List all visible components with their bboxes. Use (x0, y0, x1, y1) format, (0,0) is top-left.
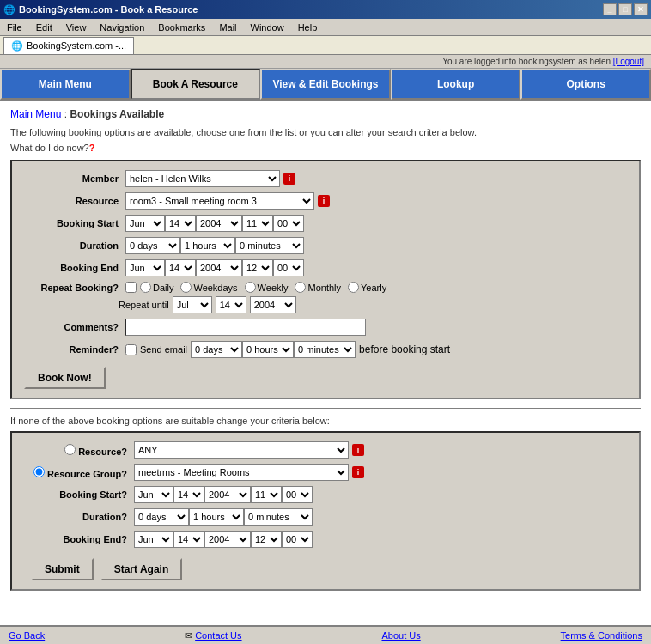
search-start-month[interactable]: Jun (134, 486, 173, 503)
send-email-label[interactable]: Send email (125, 344, 187, 355)
main-nav: Main Menu Book A Resource View & Edit Bo… (0, 69, 651, 101)
submit-button[interactable]: Submit (31, 558, 94, 580)
send-email-checkbox[interactable] (125, 344, 137, 355)
menu-mail[interactable]: Mail (216, 21, 240, 34)
start-again-button[interactable]: Start Again (100, 558, 183, 580)
resource-radio[interactable] (64, 444, 76, 455)
repeat-yearly[interactable]: Yearly (348, 282, 386, 293)
search-dur-minutes[interactable]: 0 minutes (244, 508, 313, 526)
reminder-minutes-select[interactable]: 0 minutes (294, 341, 356, 358)
search-dur-hours[interactable]: 1 hours (189, 508, 244, 526)
menu-bookmarks[interactable]: Bookmarks (155, 21, 209, 34)
contact-link[interactable]: Contact Us (195, 630, 241, 641)
search-start-year[interactable]: 2004 (204, 486, 251, 503)
repeat-weekdays[interactable]: Weekdays (180, 282, 237, 293)
search-intro: If none of the above booking options are… (10, 416, 641, 426)
menu-file[interactable]: File (3, 21, 26, 34)
breadcrumb-link[interactable]: Main Menu (10, 108, 61, 120)
start-year-select[interactable]: 2004 (196, 215, 242, 232)
member-select[interactable]: helen - Helen Wilks (125, 170, 280, 187)
until-month-select[interactable]: Jul (173, 296, 212, 313)
resource-group-radio[interactable] (33, 466, 45, 477)
nav-book-resource[interactable]: Book A Resource (131, 69, 261, 100)
intro-text: The following booking options are availa… (10, 127, 641, 137)
resource-select[interactable]: room3 - Small meeting room 3 (125, 192, 314, 210)
close-button[interactable]: ✕ (634, 3, 648, 15)
terms-link[interactable]: Terms & Conditions (561, 630, 642, 641)
comments-input[interactable] (125, 319, 366, 336)
go-back-link[interactable]: Go Back (9, 630, 45, 641)
search-duration-row: Duration? 0 days 1 hours 0 minutes (24, 508, 627, 526)
search-dur-days[interactable]: 0 days (134, 508, 189, 526)
browser-tab[interactable]: 🌐 BookingSystem.com -... (3, 37, 134, 54)
end-day-select[interactable]: 14 (165, 259, 196, 276)
book-now-button[interactable]: Book Now! (24, 367, 106, 389)
maximize-button[interactable]: □ (618, 3, 632, 15)
menu-navigation[interactable]: Navigation (96, 21, 148, 34)
duration-minutes-select[interactable]: 0 minutes (235, 237, 304, 254)
repeat-daily[interactable]: Daily (140, 282, 173, 293)
nav-lookup[interactable]: Lookup (391, 69, 521, 100)
comments-row: Comments? (24, 319, 627, 336)
tab-label: BookingSystem.com -... (27, 40, 126, 51)
search-start-day[interactable]: 14 (173, 486, 204, 503)
menu-window[interactable]: Window (247, 21, 288, 34)
reminder-days-select[interactable]: 0 days (191, 341, 242, 358)
search-group-info-icon[interactable]: i (352, 466, 364, 478)
search-start-minute[interactable]: 00 (282, 486, 313, 503)
nav-view-edit[interactable]: View & Edit Bookings (260, 69, 391, 100)
comments-label: Comments? (24, 322, 119, 332)
booking-start-row: Booking Start Jun 14 2004 11 00 (24, 215, 627, 232)
start-day-select[interactable]: 14 (165, 215, 196, 232)
footer-bar: Go Back ✉ Contact Us About Us Terms & Co… (0, 625, 651, 644)
logout-link[interactable]: [Logout] (613, 57, 644, 66)
about-link[interactable]: About Us (381, 630, 420, 641)
nav-main-menu[interactable]: Main Menu (0, 69, 131, 100)
search-end-hour[interactable]: 12 (251, 531, 282, 548)
search-end-month[interactable]: Jun (134, 531, 173, 548)
duration-days-select[interactable]: 0 days (125, 237, 180, 254)
window-controls[interactable]: _ □ ✕ (603, 3, 648, 15)
repeat-weekly[interactable]: Weekly (245, 282, 289, 293)
content-area: Main Menu : Bookings Available The follo… (0, 101, 651, 625)
search-end-day[interactable]: 14 (173, 531, 204, 548)
end-year-select[interactable]: 2004 (196, 259, 242, 276)
search-resource-group-select[interactable]: meetrms - Meeting Rooms (134, 464, 349, 481)
search-start-row: Booking Start? Jun 14 2004 11 00 (24, 486, 627, 503)
reminder-hours-select[interactable]: 0 hours (242, 341, 294, 358)
menu-bar: File Edit View Navigation Bookmarks Mail… (0, 19, 651, 36)
status-bar: You are logged into bookingsystem as hel… (0, 55, 651, 69)
end-month-select[interactable]: Jun (125, 259, 165, 276)
menu-help[interactable]: Help (295, 21, 321, 34)
breadcrumb-separator: : (61, 108, 70, 120)
reminder-suffix: before booking start (359, 343, 450, 355)
search-end-minute[interactable]: 00 (282, 531, 313, 548)
nav-options[interactable]: Options (520, 69, 651, 100)
start-minute-select[interactable]: 00 (273, 215, 304, 232)
resource-label: Resource (24, 196, 119, 206)
member-row: Member helen - Helen Wilks i (24, 170, 627, 187)
search-resource-info-icon[interactable]: i (352, 444, 364, 456)
member-info-icon[interactable]: i (283, 173, 295, 185)
resource-info-icon[interactable]: i (318, 195, 330, 207)
repeat-checkbox[interactable] (125, 282, 137, 293)
start-hour-select[interactable]: 11 (242, 215, 273, 232)
start-month-select[interactable]: Jun (125, 215, 165, 232)
end-hour-select[interactable]: 12 (242, 259, 273, 276)
search-start-hour[interactable]: 11 (251, 486, 282, 503)
duration-hours-select[interactable]: 1 hours (180, 237, 235, 254)
booking-form: Member helen - Helen Wilks i Resource ro… (10, 160, 641, 399)
search-resource-select[interactable]: ANY (134, 441, 349, 459)
until-year-select[interactable]: 2004 (250, 296, 296, 313)
menu-view[interactable]: View (63, 21, 90, 34)
search-section: Resource? ANY i Resource Group? meetrms … (10, 431, 641, 591)
menu-edit[interactable]: Edit (33, 21, 56, 34)
search-end-row: Booking End? Jun 14 2004 12 00 (24, 531, 627, 548)
tab-icon: 🌐 (11, 40, 23, 52)
repeat-monthly[interactable]: Monthly (295, 282, 341, 293)
help-icon[interactable]: ? (89, 143, 95, 153)
search-end-year[interactable]: 2004 (204, 531, 251, 548)
end-minute-select[interactable]: 00 (273, 259, 304, 276)
minimize-button[interactable]: _ (603, 3, 617, 15)
until-day-select[interactable]: 14 (216, 296, 246, 313)
